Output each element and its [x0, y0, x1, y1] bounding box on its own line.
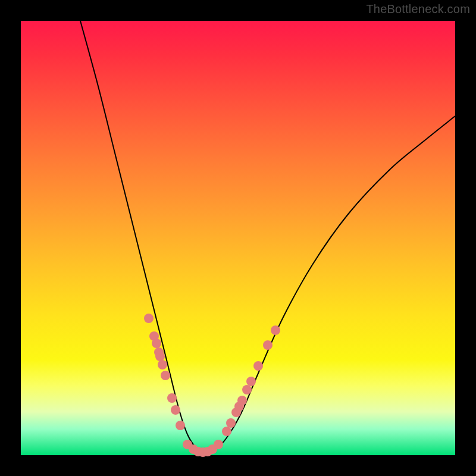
highlight-dot	[222, 427, 231, 436]
chart-frame: TheBottleneck.com	[0, 0, 476, 476]
highlight-dot	[237, 396, 247, 405]
watermark-text: TheBottleneck.com	[366, 2, 470, 16]
highlight-dot	[167, 393, 177, 403]
highlight-dot	[226, 418, 236, 428]
highlight-dot	[246, 377, 256, 386]
curve-svg	[21, 21, 455, 455]
highlight-dot	[214, 440, 223, 449]
plot-area	[21, 21, 455, 455]
highlight-dot	[253, 361, 263, 371]
highlight-dot	[152, 339, 161, 348]
highlight-dot	[158, 360, 167, 369]
highlight-dot	[155, 352, 165, 361]
highlight-dot	[161, 371, 170, 380]
highlight-dot	[242, 385, 252, 394]
highlight-dot	[271, 325, 280, 335]
bottleneck-curve	[80, 21, 455, 453]
highlight-dot	[144, 314, 154, 323]
highlight-dot	[176, 421, 185, 430]
highlight-dot	[171, 405, 180, 415]
highlight-dots-group	[144, 314, 280, 457]
highlight-dot	[263, 340, 273, 350]
